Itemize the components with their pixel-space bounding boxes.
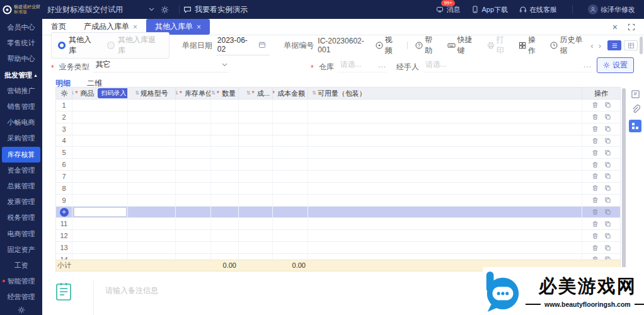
copy-icon[interactable] (604, 232, 611, 239)
sort-icon[interactable]: ⇅ (246, 91, 251, 96)
table-row-1[interactable]: 1 (56, 100, 620, 112)
history-button[interactable]: 历史单据 (550, 35, 589, 56)
demo-link[interactable]: 我要看实例演示 (183, 4, 248, 15)
app-logo[interactable]: 畅捷通好业财 标准版 (0, 0, 42, 19)
table-row-6[interactable]: 6 (56, 159, 620, 171)
sidebar-item-15[interactable]: 固定资产 (0, 242, 42, 258)
app-download-button[interactable]: App下载 (471, 5, 508, 14)
sidebar-item-14[interactable]: 电商管理 (0, 226, 42, 241)
workspace-settings-icon[interactable] (161, 6, 169, 14)
copy-icon[interactable] (604, 173, 611, 180)
scan-entry-button[interactable]: 扫码录入 (98, 88, 129, 98)
sidebar-item-12[interactable]: 发票管理 (0, 194, 42, 210)
copy-icon[interactable] (604, 137, 611, 144)
table-row-13[interactable]: 13 (56, 242, 620, 254)
table-row-2[interactable]: 2 (56, 112, 620, 123)
column-header-6[interactable]: ⇅*成... (239, 88, 273, 99)
copy-icon[interactable] (604, 113, 611, 120)
copy-icon[interactable] (604, 256, 611, 260)
grid-button[interactable]: 操作 (519, 35, 543, 56)
sidebar-item-1[interactable]: 会员中心 (0, 20, 42, 35)
table-row-14[interactable]: 14 (56, 254, 620, 260)
keyboard-button[interactable]: 快捷键 (447, 35, 480, 56)
sidebar-item-3[interactable]: 帮助中心 (0, 51, 42, 67)
sidebar-item-9[interactable]: 库存核算 (2, 147, 40, 163)
sidebar-item-6[interactable]: 销售管理 (0, 99, 42, 115)
delete-icon[interactable] (592, 209, 599, 215)
messages-button[interactable]: 99+ 消息 (436, 5, 460, 14)
sort-icon[interactable]: ⇅ (211, 91, 216, 96)
table-scrollbar[interactable] (622, 88, 626, 271)
table-row-4[interactable]: 4 (56, 135, 620, 147)
copy-icon[interactable] (604, 220, 611, 227)
expand-icon[interactable] (628, 23, 635, 31)
copy-icon[interactable] (604, 125, 611, 132)
delete-icon[interactable] (592, 161, 599, 168)
table-row-12[interactable]: 12 (56, 230, 620, 242)
tab-close-icon[interactable]: × (133, 23, 137, 32)
copy-icon[interactable] (604, 101, 611, 108)
column-header-7[interactable]: ⇅*成本金额 (273, 88, 308, 99)
sidebar-item-2[interactable]: 零售统计 (0, 35, 42, 51)
next-doc-icon[interactable]: › (599, 41, 601, 50)
delete-icon[interactable] (592, 101, 599, 108)
sidebar-item-18[interactable]: 经营管理 (0, 289, 42, 305)
close-page-icon[interactable]: × (612, 22, 618, 32)
help-button[interactable]: 帮助 (415, 35, 439, 56)
copy-icon[interactable] (604, 161, 611, 168)
warehouse-more-icon[interactable]: ... (378, 60, 386, 69)
copy-icon[interactable] (604, 244, 611, 251)
handler-more-icon[interactable]: ... (584, 60, 592, 69)
radio-other-inbound[interactable]: 其他入库 (58, 35, 98, 56)
copy-icon[interactable] (604, 197, 611, 203)
sort-icon[interactable]: ⇅ (72, 91, 74, 96)
table-row-10[interactable]: + (56, 207, 620, 219)
product-entry-input[interactable] (74, 207, 127, 217)
delete-icon[interactable] (592, 256, 599, 260)
column-header-2[interactable]: ⇅*商品扫码录入 (72, 88, 128, 99)
note-panel-icon[interactable] (631, 89, 640, 99)
delete-icon[interactable] (592, 185, 599, 192)
table-row-5[interactable]: 5 (56, 147, 620, 159)
handler-field[interactable]: 经手人 请选... ... (396, 59, 593, 72)
sort-icon[interactable]: ⇅ (312, 91, 316, 96)
video-button[interactable]: 视频 (376, 35, 400, 56)
sidebar-item-8[interactable]: 采购管理 (0, 130, 42, 146)
sidebar-item-5[interactable]: 营销推广 (0, 83, 42, 99)
delete-icon[interactable] (592, 137, 599, 144)
attachment-icon[interactable] (631, 105, 640, 114)
biz-type-field[interactable]: * 业务类型 其它 (51, 59, 229, 72)
widget-panel-button[interactable] (629, 120, 641, 132)
tab-close-icon[interactable]: × (197, 23, 201, 32)
copy-icon[interactable] (604, 149, 611, 156)
delete-icon[interactable] (592, 197, 599, 203)
sidebar-item-7[interactable]: 小畅电商 (0, 115, 42, 130)
delete-icon[interactable] (592, 220, 599, 227)
sidebar-item-17[interactable]: 智能管理 (0, 273, 42, 289)
delete-icon[interactable] (592, 113, 599, 120)
list-view-toggle[interactable] (607, 40, 621, 50)
add-row-icon[interactable]: + (60, 208, 69, 217)
page-scrollbar[interactable] (640, 37, 643, 54)
table-row-7[interactable]: 7 (56, 171, 620, 183)
column-header-4[interactable]: ⇅*库存单位 (176, 88, 211, 99)
remark-input[interactable]: 请输入备注信息 (93, 280, 522, 315)
online-support-button[interactable]: 在线客服 (519, 5, 557, 14)
column-header-5[interactable]: ⇅*数量 (211, 88, 239, 99)
table-row-3[interactable]: 3 (56, 123, 620, 135)
delete-icon[interactable] (592, 149, 599, 156)
sidebar-item-13[interactable]: 税务管理 (0, 210, 42, 226)
sidebar-item-10[interactable]: 资金管理 (0, 163, 42, 178)
copy-icon[interactable] (604, 185, 611, 192)
sidebar-item-11[interactable]: 总账管理 (0, 178, 42, 194)
sidebar-item-4[interactable]: 批发管理▲ (0, 67, 42, 83)
table-row-11[interactable]: 11 (56, 218, 620, 230)
sort-icon[interactable]: ⇅ (176, 91, 178, 96)
doc-date-value[interactable]: 2023-06-02 (216, 35, 270, 55)
table-row-9[interactable]: 9 (56, 195, 620, 207)
delete-icon[interactable] (592, 173, 599, 180)
delete-icon[interactable] (592, 244, 599, 251)
sidebar-item-16[interactable]: 工资 (0, 258, 42, 273)
radio-other-inbound-return[interactable]: 其他入库退库 (107, 35, 163, 56)
sort-icon[interactable]: ⇅ (135, 91, 139, 96)
